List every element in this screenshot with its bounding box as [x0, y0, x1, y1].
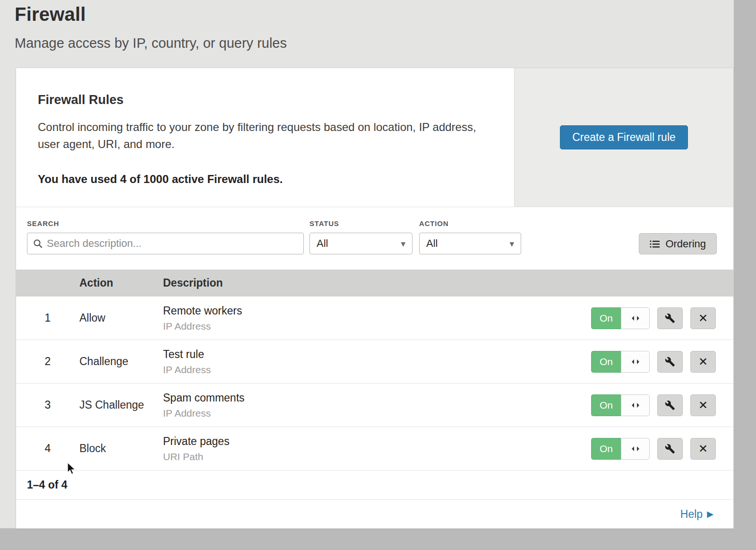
edit-rule-button[interactable] — [657, 438, 683, 460]
edit-rule-button[interactable] — [657, 394, 683, 416]
wrench-icon — [665, 313, 675, 323]
close-icon: ✕ — [698, 312, 708, 325]
delete-rule-button[interactable]: ✕ — [690, 394, 716, 416]
status-select-value: All — [317, 237, 328, 250]
rule-match-type: URI Path — [163, 451, 582, 463]
rule-action: Allow — [79, 312, 163, 324]
help-link[interactable]: Help ▶ — [680, 508, 713, 521]
chevron-down-icon: ▾ — [509, 238, 514, 249]
table-row: 2 Challenge Test rule IP Address On — [16, 340, 733, 384]
rule-controls: On ✕ — [582, 438, 733, 460]
delete-rule-button[interactable]: ✕ — [690, 307, 716, 329]
rule-enabled-toggle[interactable]: On — [591, 351, 650, 373]
close-icon: ✕ — [698, 442, 708, 455]
create-firewall-rule-button[interactable]: Create a Firewall rule — [560, 125, 688, 149]
status-label: STATUS — [309, 219, 412, 227]
help-row: Help ▶ — [16, 500, 733, 528]
search-input[interactable] — [47, 237, 298, 250]
rule-description: Private pages URI Path — [163, 435, 582, 463]
card-description: Control incoming traffic to your zone by… — [38, 119, 486, 153]
table-row: 1 Allow Remote workers IP Address On — [16, 297, 733, 340]
ordering-button-label: Ordering — [665, 238, 706, 250]
action-select-value: All — [426, 237, 438, 250]
rule-enabled-toggle[interactable]: On — [591, 394, 650, 416]
ordering-list-icon — [650, 240, 660, 248]
page-content: Firewall Manage access by IP, country, o… — [0, 0, 734, 528]
card-intro-section: Firewall Rules Control incoming traffic … — [16, 68, 733, 207]
help-link-label: Help — [680, 508, 703, 521]
toggle-on-label[interactable]: On — [591, 307, 621, 329]
rule-title: Spam comments — [163, 392, 582, 404]
toggle-on-label[interactable]: On — [591, 394, 621, 416]
rule-match-type: IP Address — [163, 364, 582, 375]
rule-number: 1 — [16, 312, 79, 324]
wrench-icon — [665, 357, 675, 367]
rule-description: Remote workers IP Address — [163, 305, 582, 332]
intro-text-block: Firewall Rules Control incoming traffic … — [16, 68, 514, 207]
close-icon: ✕ — [698, 355, 708, 368]
filter-bar: SEARCH STATUS All ▾ ACTION All — [16, 207, 733, 270]
action-label: ACTION — [419, 219, 521, 227]
rule-controls: On ✕ — [582, 394, 733, 416]
status-filter-group: STATUS All ▾ — [304, 219, 412, 254]
rule-action: Challenge — [79, 355, 163, 368]
rule-match-type: IP Address — [163, 321, 582, 332]
page-header: Firewall Manage access by IP, country, o… — [0, 0, 734, 51]
rule-title: Remote workers — [163, 305, 582, 317]
status-select[interactable]: All ▾ — [309, 233, 412, 254]
delete-rule-button[interactable]: ✕ — [690, 438, 716, 460]
firewall-rules-card: Firewall Rules Control incoming traffic … — [16, 68, 734, 529]
rule-enabled-toggle[interactable]: On — [591, 307, 650, 329]
rule-number: 2 — [16, 355, 79, 368]
action-column-header: Action — [79, 277, 163, 289]
rule-enabled-toggle[interactable]: On — [591, 438, 650, 460]
edit-rule-button[interactable] — [657, 351, 683, 373]
help-arrow-icon: ▶ — [707, 509, 713, 519]
usage-summary: You have used 4 of 1000 active Firewall … — [38, 173, 486, 186]
card-heading: Firewall Rules — [38, 93, 486, 107]
cta-panel: Create a Firewall rule — [514, 68, 733, 207]
description-column-header: Description — [163, 277, 582, 289]
rule-match-type: IP Address — [163, 408, 582, 419]
table-row: 3 JS Challenge Spam comments IP Address … — [16, 384, 733, 427]
toggle-arrows-icon[interactable] — [621, 307, 650, 329]
rule-controls: On ✕ — [582, 351, 733, 373]
ordering-button[interactable]: Ordering — [639, 233, 717, 254]
toggle-on-label[interactable]: On — [591, 351, 621, 373]
toggle-on-label[interactable]: On — [591, 438, 621, 460]
page-title: Firewall — [15, 4, 734, 25]
action-select[interactable]: All ▾ — [419, 233, 521, 254]
table-header: Action Description — [16, 270, 733, 297]
rule-description: Test rule IP Address — [163, 348, 582, 375]
table-row: 4 Block Private pages URI Path On — [16, 427, 733, 471]
rule-controls: On ✕ — [582, 307, 733, 329]
pagination-summary: 1–4 of 4 — [16, 471, 733, 500]
rule-description: Spam comments IP Address — [163, 392, 582, 419]
search-icon — [33, 239, 43, 248]
action-filter-group: ACTION All ▾ — [412, 219, 521, 254]
search-filter-group: SEARCH — [27, 219, 304, 254]
toggle-arrows-icon[interactable] — [621, 351, 650, 373]
close-icon: ✕ — [698, 399, 708, 412]
search-label: SEARCH — [27, 219, 304, 227]
wrench-icon — [665, 444, 675, 454]
toggle-arrows-icon[interactable] — [621, 438, 650, 460]
chevron-down-icon: ▾ — [401, 238, 405, 249]
rule-action: Block — [79, 442, 163, 455]
toggle-arrows-icon[interactable] — [621, 394, 650, 416]
search-box[interactable] — [27, 233, 304, 254]
wrench-icon — [665, 400, 675, 410]
rule-number: 3 — [16, 399, 79, 411]
rule-action: JS Challenge — [79, 399, 163, 411]
rule-title: Private pages — [163, 435, 582, 448]
edit-rule-button[interactable] — [657, 307, 683, 329]
rule-number: 4 — [16, 442, 79, 455]
rule-title: Test rule — [163, 348, 582, 361]
delete-rule-button[interactable]: ✕ — [690, 351, 716, 373]
page-subtitle: Manage access by IP, country, or query r… — [15, 35, 734, 51]
